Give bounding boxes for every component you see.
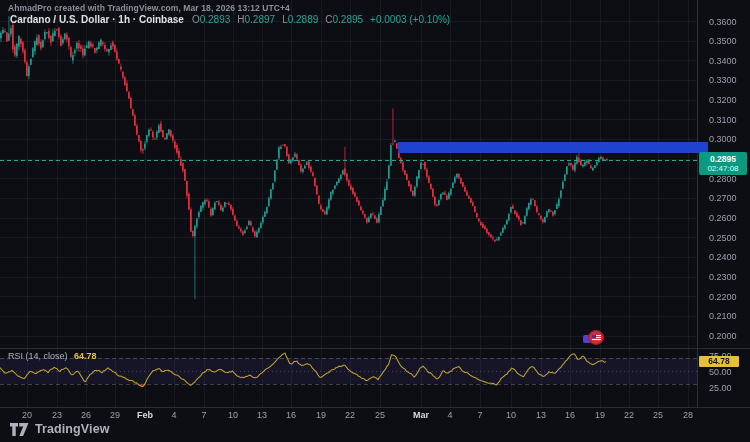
rsi-legend-value: 64.78 xyxy=(74,351,97,361)
price-axis-label: 0.2000 xyxy=(709,331,737,341)
time-axis-label: 25 xyxy=(643,410,673,420)
open-value: 0.2893 xyxy=(200,14,231,25)
time-axis-label: 22 xyxy=(335,410,365,420)
bar-countdown: 02:47:08 xyxy=(707,164,738,174)
tradingview-chart-window: AhmadPro created with TradingView.com, M… xyxy=(0,0,750,442)
open-key: O xyxy=(192,14,200,25)
time-axis-label: 16 xyxy=(276,410,306,420)
change-value: +0.0003 (+0.10%) xyxy=(370,14,450,25)
time-axis-label: 10 xyxy=(496,410,526,420)
time-axis-label: 19 xyxy=(585,410,615,420)
price-chart-canvas[interactable] xyxy=(0,0,750,442)
time-axis-label: 7 xyxy=(189,410,219,420)
time-axis-label: 4 xyxy=(159,410,189,420)
price-axis-label: 0.3000 xyxy=(709,134,737,144)
time-axis-label: 7 xyxy=(465,410,495,420)
price-axis-label: 0.3400 xyxy=(709,56,737,66)
rsi-axis-label: 50.00 xyxy=(709,367,732,377)
time-axis-label: 22 xyxy=(614,410,644,420)
last-price-value: 0.2895 xyxy=(710,154,736,164)
time-axis-label: 10 xyxy=(218,410,248,420)
rsi-indicator-legend[interactable]: RSI (14, close) 64.78 xyxy=(8,351,97,361)
low-value: 0.2889 xyxy=(288,14,319,25)
close-value: 0.2895 xyxy=(333,14,364,25)
us-flag-icon xyxy=(592,335,601,341)
time-axis-label: 20 xyxy=(12,410,42,420)
brand-name: TradingView xyxy=(35,422,110,436)
time-axis-label: Mar xyxy=(406,410,436,420)
time-axis-label: 13 xyxy=(247,410,277,420)
economic-event-markers[interactable] xyxy=(582,330,608,348)
price-axis-label: 0.2700 xyxy=(709,193,737,203)
price-axis-label: 0.3600 xyxy=(709,17,737,27)
price-axis-label: 0.2500 xyxy=(709,233,737,243)
last-price-badge: 0.2895 02:47:08 xyxy=(699,152,747,175)
ohlc-values: O0.2893 H0.2897 L0.2889 C0.2895 +0.0003 … xyxy=(192,14,450,25)
us-flag-event-icon[interactable] xyxy=(588,330,604,345)
time-axis-label: 16 xyxy=(555,410,585,420)
price-axis-label: 0.3100 xyxy=(709,115,737,125)
price-axis-label: 0.2800 xyxy=(709,174,737,184)
rsi-axis-label: 25.00 xyxy=(709,383,732,393)
chart-legend: Cardano / U.S. Dollar · 1h · Coinbase O0… xyxy=(10,14,450,25)
price-axis-label: 0.2200 xyxy=(709,292,737,302)
time-axis-label: Feb xyxy=(130,410,160,420)
time-axis-label: 19 xyxy=(306,410,336,420)
price-axis-label: 0.2100 xyxy=(709,311,737,321)
price-axis-label: 0.2600 xyxy=(709,213,737,223)
rsi-value-badge: 64.78 xyxy=(699,356,739,367)
price-axis-label: 0.2400 xyxy=(709,252,737,262)
time-axis-label: 29 xyxy=(100,410,130,420)
high-value: 0.2897 xyxy=(245,14,276,25)
symbol-title[interactable]: Cardano / U.S. Dollar · 1h · Coinbase xyxy=(10,14,184,25)
price-axis-label: 0.3300 xyxy=(709,75,737,85)
close-key: C xyxy=(325,14,332,25)
high-key: H xyxy=(237,14,244,25)
tradingview-logo-icon xyxy=(10,423,29,436)
time-scale[interactable]: 20232629Feb47101316192225Mar471013161922… xyxy=(0,408,750,423)
rsi-legend-label: RSI (14, close) xyxy=(8,351,68,361)
time-axis-label: 25 xyxy=(365,410,395,420)
price-axis-label: 0.3500 xyxy=(709,36,737,46)
price-axis-label: 0.2300 xyxy=(709,272,737,282)
time-axis-label: 4 xyxy=(435,410,465,420)
price-scale[interactable]: 0.36000.35000.34000.33000.32000.31000.30… xyxy=(697,0,750,408)
time-axis-label: 26 xyxy=(71,410,101,420)
price-axis-label: 0.3200 xyxy=(709,95,737,105)
resistance-zone-drawing[interactable] xyxy=(398,142,708,153)
tradingview-brand[interactable]: TradingView xyxy=(10,422,110,436)
attribution-text: AhmadPro created with TradingView.com, M… xyxy=(8,3,290,13)
time-axis-label: 23 xyxy=(42,410,72,420)
time-axis-label: 28 xyxy=(673,410,703,420)
time-axis-label: 13 xyxy=(526,410,556,420)
